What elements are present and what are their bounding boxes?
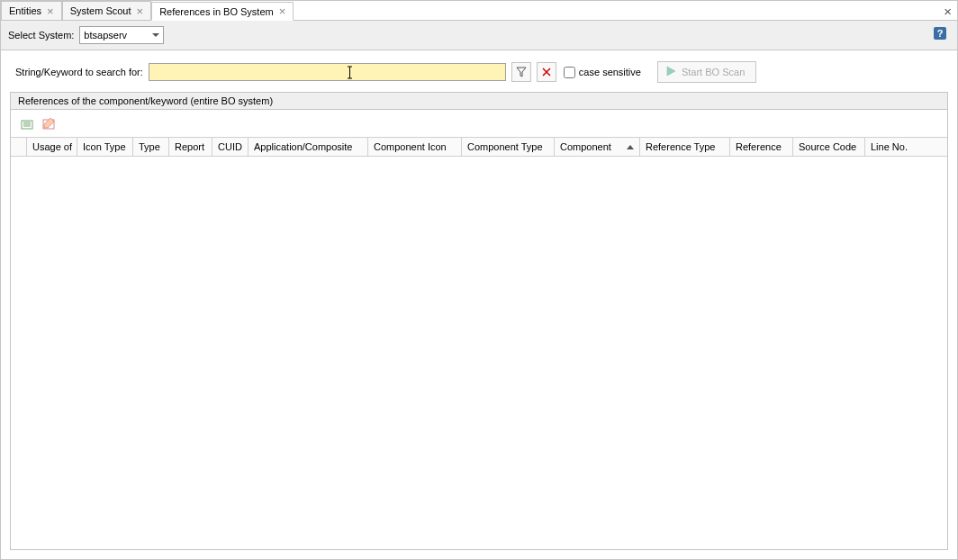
tab-entities[interactable]: Entities × xyxy=(1,1,62,20)
panel-title: References of the component/keyword (ent… xyxy=(11,93,947,110)
tabs-bar: Entities × System Scout × References in … xyxy=(1,1,957,21)
help-icon[interactable]: ? xyxy=(932,26,948,41)
case-sensitive-label: case sensitive xyxy=(579,67,641,77)
grid-header: Usage of Icon Type Type Report CUID Appl… xyxy=(11,137,947,157)
grid-col-type[interactable]: Type xyxy=(133,138,169,156)
sort-ascending-icon xyxy=(627,145,634,149)
grid-col-component[interactable]: Component xyxy=(555,138,640,156)
close-icon[interactable]: × xyxy=(47,5,54,17)
grid-body xyxy=(11,157,947,549)
case-sensitive-checkbox[interactable]: case sensitive xyxy=(564,67,641,78)
clear-filter-icon[interactable] xyxy=(537,62,556,82)
tab-system-scout[interactable]: System Scout × xyxy=(62,1,151,20)
window-close-icon[interactable]: × xyxy=(944,4,952,19)
grid-col-application-composite[interactable]: Application/Composite xyxy=(249,138,368,156)
search-input[interactable] xyxy=(149,63,506,81)
case-sensitive-input[interactable] xyxy=(564,67,575,78)
export-icon[interactable] xyxy=(20,115,36,131)
system-dropdown[interactable]: btsapserv xyxy=(79,26,164,44)
start-scan-label: Start BO Scan xyxy=(682,67,745,77)
play-icon xyxy=(665,66,676,78)
tab-references-in-bo-system[interactable]: References in BO System × xyxy=(151,2,294,21)
svg-text:?: ? xyxy=(937,28,944,39)
grid-col-cuid[interactable]: CUID xyxy=(212,138,249,156)
grid-col-reference-type[interactable]: Reference Type xyxy=(640,138,730,156)
grid-col-component-icon[interactable]: Component Icon xyxy=(368,138,462,156)
grid-col-usage-of[interactable]: Usage of xyxy=(27,138,77,156)
close-icon[interactable]: × xyxy=(137,5,144,17)
panel-toolbar xyxy=(11,110,947,137)
select-system-label: Select System: xyxy=(8,30,74,41)
grid-col-component-type[interactable]: Component Type xyxy=(462,138,555,156)
filter-icon[interactable] xyxy=(511,62,531,82)
text-cursor-icon xyxy=(347,66,353,81)
start-bo-scan-button[interactable]: Start BO Scan xyxy=(657,61,756,83)
tab-label: System Scout xyxy=(70,5,131,16)
system-value: btsapserv xyxy=(84,30,127,41)
chevron-down-icon xyxy=(152,33,159,37)
grid-col-reference[interactable]: Reference xyxy=(730,138,793,156)
grid-col-source-code[interactable]: Source Code xyxy=(793,138,865,156)
search-label: String/Keyword to search for: xyxy=(15,67,143,77)
grid-col-report[interactable]: Report xyxy=(169,138,212,156)
search-row: String/Keyword to search for: case sensi… xyxy=(1,50,957,92)
grid-col-selector[interactable] xyxy=(11,138,27,156)
tab-label: Entities xyxy=(9,5,41,16)
edit-icon[interactable] xyxy=(41,115,58,131)
close-icon[interactable]: × xyxy=(279,5,286,17)
results-panel: References of the component/keyword (ent… xyxy=(10,92,948,550)
grid-col-icon-type[interactable]: Icon Type xyxy=(77,138,133,156)
tab-label: References in BO System xyxy=(159,6,274,17)
grid-col-line-no[interactable]: Line No. xyxy=(865,138,911,156)
system-toolbar: Select System: btsapserv ? xyxy=(1,21,957,50)
